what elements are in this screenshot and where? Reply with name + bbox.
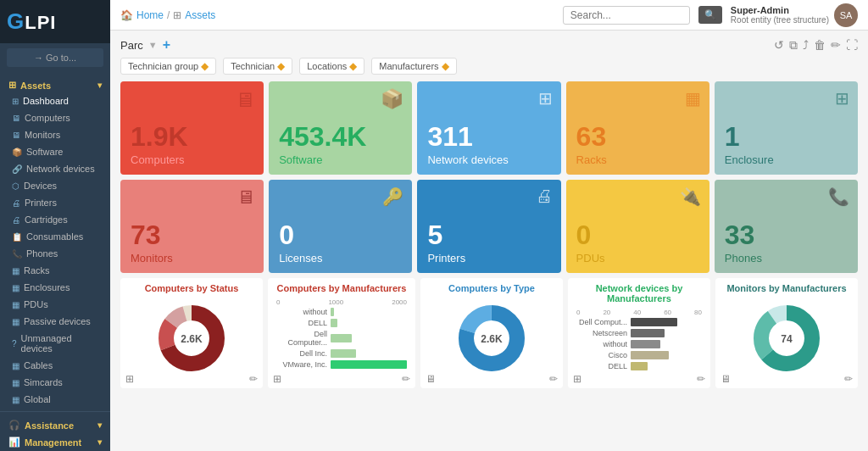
printers-label: Printers — [427, 252, 550, 264]
delete-icon[interactable]: 🗑 — [814, 38, 826, 53]
sidebar-item-software[interactable]: 📦 Software — [0, 143, 110, 160]
filter-dot: ◆ — [277, 60, 285, 72]
tile-network[interactable]: ⊞ 311 Network devices — [417, 81, 560, 175]
filter-locations[interactable]: Locations ◆ — [299, 58, 364, 75]
edit-icon[interactable]: ✏ — [831, 38, 841, 53]
global-icon: ▦ — [12, 395, 19, 404]
management-header[interactable]: 📊 Management ▾ — [0, 432, 110, 449]
parc-title: Parc — [120, 39, 143, 52]
filter-technician[interactable]: Technician ◆ — [223, 58, 292, 75]
sidebar-item-label: Computers — [25, 113, 70, 123]
net-bar-row-3: Cisco — [576, 351, 702, 359]
cartridges-icon: 🖨 — [12, 215, 20, 225]
printers-icon: 🖨 — [12, 198, 20, 208]
sidebar-item-dashboard[interactable]: ⊞ Dashboard — [0, 92, 110, 109]
donut-svg — [158, 304, 225, 372]
management-icon: 📊 — [8, 437, 20, 448]
search-input[interactable] — [563, 6, 690, 25]
home-link[interactable]: Home — [136, 9, 164, 21]
chart-icon-computers-mfr[interactable]: ⊞ — [273, 373, 281, 385]
chart-title-monitors-mfr: Monitors by Manufacturers — [721, 283, 853, 293]
monitors-tile-icon: 🖥 — [236, 187, 255, 209]
tile-racks[interactable]: ▦ 63 Racks — [566, 81, 709, 175]
network-count: 311 — [427, 123, 550, 150]
bar-bar-2 — [331, 334, 352, 342]
net-bar-row-0: Dell Comput... — [576, 318, 702, 326]
tile-monitors[interactable]: 🖥 73 Monitors — [120, 180, 264, 273]
chart-edit-computers-type[interactable]: ✏ — [549, 373, 558, 385]
sidebar-item-printers[interactable]: 🖨 Printers — [0, 194, 110, 211]
licenses-tile-icon: 🔑 — [382, 187, 403, 207]
fullscreen-icon[interactable]: ⛶ — [846, 38, 858, 53]
chart-icon-network-mfr[interactable]: ⊞ — [573, 373, 581, 385]
chart-icon-computers-status[interactable]: ⊞ — [125, 373, 134, 385]
tile-printers[interactable]: 🖨 5 Printers — [417, 180, 560, 273]
network-label: Network devices — [427, 153, 550, 166]
sidebar-item-pdus[interactable]: ▦ PDUs — [0, 296, 110, 313]
search-button[interactable]: 🔍 — [698, 6, 722, 24]
sidebar-item-global[interactable]: ▦ Global — [0, 391, 110, 408]
tile-computers[interactable]: 🖥 1.9K Computers — [120, 81, 264, 175]
history-icon[interactable]: ↺ — [774, 38, 784, 53]
sidebar-item-network-devices[interactable]: 🔗 Network devices — [0, 160, 110, 177]
chart-icon-computers-type[interactable]: 🖥 — [426, 373, 436, 385]
bar-row-1: DELL — [276, 319, 407, 327]
sidebar-item-cables[interactable]: ▦ Cables — [0, 357, 110, 374]
user-role: Root entity (tree structure) — [731, 15, 829, 25]
tile-enclosure[interactable]: ⊞ 1 Enclosure — [715, 81, 858, 175]
parc-add-button[interactable]: + — [163, 37, 170, 53]
chart-edit-network-mfr[interactable]: ✏ — [697, 373, 705, 385]
sidebar-item-enclosures[interactable]: ▦ Enclosures — [0, 279, 110, 296]
filter-technician-group[interactable]: Technician group ◆ — [120, 58, 216, 75]
sidebar-item-unmanaged[interactable]: ? Unmanaged devices — [0, 330, 110, 357]
consumables-icon: 📋 — [12, 232, 22, 242]
sidebar-item-passive-devices[interactable]: ▦ Passive devices — [0, 313, 110, 330]
enclosure-count: 1 — [725, 123, 848, 150]
bar-bar-1 — [331, 319, 337, 327]
net-bar-label-1: Netscreen — [576, 329, 627, 337]
filter-manufacturers[interactable]: Manufacturers ◆ — [371, 58, 456, 75]
net-bar-label-3: Cisco — [576, 351, 627, 359]
sidebar-item-label: Devices — [24, 181, 57, 191]
donut-computers-type: 2.6K — [426, 297, 558, 381]
chart-edit-computers-mfr[interactable]: ✏ — [402, 373, 410, 385]
tag-label: Manufacturers — [379, 61, 438, 71]
assets-icon-bc: ⊞ — [173, 9, 181, 21]
sidebar-item-consumables[interactable]: 📋 Consumables — [0, 228, 110, 245]
tile-licenses[interactable]: 🔑 0 Licenses — [269, 180, 412, 273]
sidebar-item-simcards[interactable]: ▦ Simcards — [0, 374, 110, 391]
donut-svg-type — [458, 304, 526, 372]
assets-header[interactable]: ⊞ Assets ▾ — [0, 75, 110, 92]
breadcrumb: 🏠 Home / ⊞ Assets — [120, 9, 215, 21]
chart-title-network-mfr: Network devices by Manufacturers — [573, 283, 705, 303]
computers-tile-icon: 🖥 — [235, 88, 255, 112]
sidebar-item-monitors[interactable]: 🖥 Monitors — [0, 126, 110, 143]
sidebar-item-label: Enclosures — [24, 282, 70, 292]
bar-label-3: Dell Inc. — [276, 349, 327, 358]
sidebar: GLPI → Go to... ⊞ Assets ▾ ⊞ Dashboard 🖥… — [0, 0, 110, 451]
chart-edit-computers-status[interactable]: ✏ — [249, 373, 258, 385]
sidebar-item-phones[interactable]: 📞 Phones — [0, 245, 110, 262]
monitors-icon: 🖥 — [12, 131, 20, 140]
tile-phones[interactable]: 📞 33 Phones — [715, 180, 858, 273]
sidebar-item-devices[interactable]: ⬡ Devices — [0, 177, 110, 194]
goto-button[interactable]: → Go to... — [7, 48, 103, 67]
network-tile-icon: ⊞ — [538, 88, 553, 109]
chart-computers-manufacturers: Computers by Manufacturers 0 1000 2000 w… — [268, 278, 415, 388]
tile-software[interactable]: 📦 453.4K Software — [269, 81, 412, 175]
sidebar-item-computers[interactable]: 🖥 Computers — [0, 109, 110, 126]
sidebar-item-label: Consumables — [26, 231, 83, 242]
sidebar-item-racks[interactable]: ▦ Racks — [0, 262, 110, 279]
sidebar-item-cartridges[interactable]: 🖨 Cartridges — [0, 211, 110, 228]
home-icon: 🏠 — [120, 9, 133, 21]
software-icon: 📦 — [12, 148, 22, 157]
net-bar-row-2: without — [576, 340, 702, 348]
tile-pdus[interactable]: 🔌 0 PDUs — [566, 180, 709, 273]
share-icon[interactable]: ⤴ — [803, 38, 809, 53]
chart-icon-monitors-mfr[interactable]: 🖥 — [721, 373, 731, 385]
assistance-header[interactable]: 🎧 Assistance ▾ — [0, 415, 110, 432]
enclosure-tile-icon: ⊞ — [835, 88, 849, 109]
copy-icon[interactable]: ⧉ — [789, 38, 798, 53]
assets-link[interactable]: Assets — [185, 9, 215, 21]
chart-edit-monitors-mfr[interactable]: ✏ — [844, 373, 853, 385]
